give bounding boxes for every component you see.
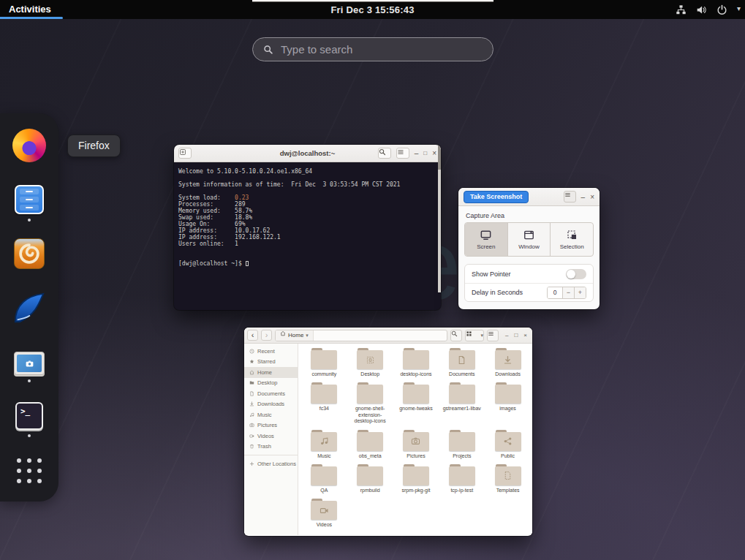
take-screenshot-button[interactable]: Take Screenshot: [464, 191, 529, 203]
clock[interactable]: Fri Dec 3 15:56:43: [0, 4, 745, 15]
folder-tcp-ip-test[interactable]: tcp-ip-test: [439, 464, 485, 493]
search-bar[interactable]: [252, 37, 493, 61]
screenshot-titlebar[interactable]: Take Screenshot – ×: [458, 188, 600, 206]
folder-projects[interactable]: Projects: [439, 430, 485, 459]
screenshot-close-button[interactable]: ×: [590, 193, 594, 201]
sidebar-item-documents[interactable]: Documents: [244, 388, 298, 399]
folder-documents[interactable]: Documents: [439, 348, 485, 377]
folder-gstreamer1-libav[interactable]: gstreamer1-libav: [439, 382, 485, 424]
folder-qa[interactable]: QA: [301, 464, 347, 493]
files-minimize-button[interactable]: –: [505, 332, 508, 338]
volume-icon[interactable]: [696, 4, 707, 15]
sidebar-item-other-locations[interactable]: Other Locations: [244, 458, 298, 469]
folder-gnome-tweaks[interactable]: gnome-tweaks: [393, 382, 439, 424]
sidebar-item-videos[interactable]: Videos: [244, 431, 298, 442]
dock-item-firefox[interactable]: [0, 129, 58, 162]
chevron-down-icon[interactable]: ▾: [737, 4, 741, 15]
path-bar[interactable]: Home ▾: [275, 330, 447, 341]
folder-label: QA: [320, 488, 328, 493]
sidebar-item-label: Music: [257, 412, 272, 418]
files-close-button[interactable]: ×: [523, 332, 527, 338]
music-icon: [249, 412, 254, 417]
network-icon[interactable]: [676, 4, 687, 15]
files-window[interactable]: ‹ › Home ▾ ▾ – □ × RecentStarredHomeDesk…: [244, 328, 532, 536]
view-toggle-button[interactable]: ▾: [465, 330, 484, 341]
sidebar-item-downloads[interactable]: Downloads: [244, 399, 298, 410]
folder-icon: [449, 348, 475, 370]
delay-decrement-button[interactable]: −: [562, 287, 574, 298]
folder-templates[interactable]: Templates: [485, 464, 531, 493]
folder-videos[interactable]: Videos: [301, 499, 347, 528]
folder-label: gnome-tweaks: [399, 406, 433, 412]
dock-item-software[interactable]: [0, 238, 58, 269]
sidebar-item-pictures[interactable]: Pictures: [244, 420, 298, 431]
folder-music[interactable]: Music: [301, 430, 347, 459]
terminal-minimize-button[interactable]: –: [415, 149, 419, 157]
terminal-window[interactable]: dwj@localhost:~ – □ × Welcome to 5.10.0-…: [174, 145, 441, 310]
dock-item-screenshot[interactable]: [0, 352, 58, 382]
files-maximize-button[interactable]: □: [514, 332, 518, 338]
files-search-button[interactable]: [450, 330, 462, 341]
files-menu-button[interactable]: [487, 330, 499, 341]
folder-label: rpmbuild: [360, 488, 380, 493]
files-headerbar[interactable]: ‹ › Home ▾ ▾ – □ ×: [244, 328, 532, 344]
search-input[interactable]: [281, 43, 483, 56]
folder-rpmbuild[interactable]: rpmbuild: [347, 464, 393, 493]
terminal-titlebar[interactable]: dwj@localhost:~ – □ ×: [174, 145, 441, 162]
back-button[interactable]: ‹: [247, 330, 258, 341]
folder-public[interactable]: Public: [485, 430, 531, 459]
sidebar-item-home[interactable]: Home: [244, 367, 298, 378]
delay-increment-button[interactable]: +: [574, 287, 586, 298]
path-label: Home: [288, 332, 303, 338]
folder-downloads[interactable]: Downloads: [485, 348, 531, 377]
folder-label: Projects: [453, 453, 471, 459]
folder-desktop[interactable]: Desktop: [347, 348, 393, 377]
capture-screen-button[interactable]: Screen: [465, 223, 508, 256]
sidebar-item-desktop[interactable]: Desktop: [244, 378, 298, 389]
sidebar-item-music[interactable]: Music: [244, 409, 298, 420]
dock-item-app-grid[interactable]: [0, 455, 58, 486]
dock-item-files[interactable]: [0, 185, 58, 222]
terminal-line: Welcome to 5.10.0-5.10.0.24.oe1.x86_64: [178, 168, 435, 175]
folder-desktop-icons[interactable]: desktop-icons: [393, 348, 439, 377]
delay-value[interactable]: 0: [548, 287, 562, 298]
terminal-menu-button[interactable]: [396, 148, 409, 159]
terminal-search-button[interactable]: [378, 148, 391, 159]
folder-obs-meta[interactable]: obs_meta: [347, 430, 393, 459]
screenshot-menu-button[interactable]: [564, 191, 576, 203]
terminal-line: System load: 0.23: [178, 194, 435, 201]
folder-label: images: [499, 406, 516, 412]
show-pointer-toggle[interactable]: [566, 269, 586, 279]
folder-pictures[interactable]: Pictures: [393, 430, 439, 459]
desktop-emblem-icon: [366, 355, 375, 365]
folder-gnome-shell-extension-desktop-icons[interactable]: gnome-shell-extension-desktop-icons: [347, 382, 393, 424]
camera-emblem-icon: [411, 436, 420, 446]
system-tray[interactable]: ▾: [676, 0, 741, 19]
screenshot-minimize-button[interactable]: –: [581, 193, 586, 201]
terminal-line: [dwj@localhost ~]$: [178, 260, 435, 267]
terminal-maximize-button[interactable]: □: [423, 150, 427, 156]
sidebar-item-trash[interactable]: Trash: [244, 442, 298, 453]
files-content[interactable]: communityDesktopdesktop-iconsDocumentsDo…: [298, 344, 532, 535]
dock-item-terminal[interactable]: >_: [0, 402, 58, 437]
folder-community[interactable]: community: [301, 348, 347, 377]
power-icon[interactable]: [716, 4, 727, 15]
folder-srpm-pkg-git[interactable]: srpm-pkg-git: [393, 464, 439, 493]
capture-selection-button[interactable]: Selection: [551, 223, 593, 256]
take-screenshot-dialog[interactable]: Take Screenshot – × Capture Area ScreenW…: [458, 188, 600, 309]
document-icon: [249, 391, 254, 396]
folder-fc34[interactable]: fc34: [301, 382, 347, 424]
sidebar-item-starred[interactable]: Starred: [244, 357, 298, 368]
folder-images[interactable]: images: [485, 382, 531, 424]
new-tab-button[interactable]: [178, 148, 192, 159]
terminal-output[interactable]: Welcome to 5.10.0-5.10.0.24.oe1.x86_64 S…: [174, 162, 441, 310]
terminal-close-button[interactable]: ×: [432, 149, 436, 157]
segment-label: Screen: [477, 243, 495, 250]
capture-window-button[interactable]: Window: [508, 223, 551, 256]
dock-item-wireshark[interactable]: [0, 291, 58, 325]
path-segment-home[interactable]: Home ▾: [276, 330, 314, 341]
files-icon: [15, 185, 44, 214]
forward-button[interactable]: ›: [261, 330, 272, 341]
terminal-scrollbar[interactable]: [438, 145, 441, 292]
sidebar-item-recent[interactable]: Recent: [244, 346, 298, 357]
